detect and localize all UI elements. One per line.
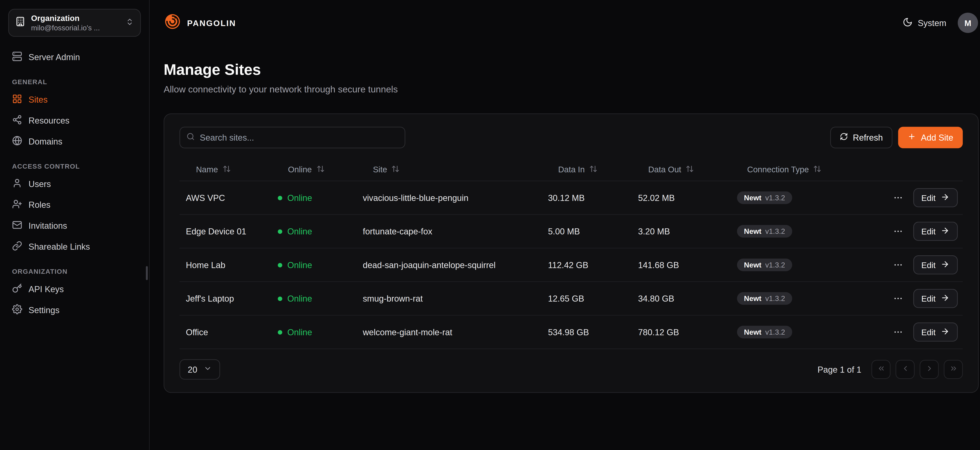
cell-data-in: 30.12 MB	[542, 193, 632, 203]
sidebar-item-server-admin[interactable]: Server Admin	[8, 47, 141, 68]
prev-page-button[interactable]	[896, 360, 915, 379]
sidebar-item-api-keys[interactable]: API Keys	[8, 279, 141, 300]
table-header-row: Name Online Site Data In Data Out Connec…	[180, 158, 963, 181]
cell-data-out: 3.20 MB	[632, 227, 731, 236]
cell-actions: Edit	[883, 323, 963, 342]
sidebar-heading-access-control: ACCESS CONTROL	[12, 162, 137, 170]
client-version: v1.3.2	[765, 194, 785, 201]
connection-type-badge: Newtv1.3.2	[737, 326, 792, 338]
first-page-button[interactable]	[872, 360, 891, 379]
card-toolbar: Refresh Add Site	[180, 127, 963, 148]
client-version: v1.3.2	[765, 328, 785, 336]
cell-online: Online	[272, 294, 356, 303]
cell-connection-type: Newtv1.3.2	[731, 191, 883, 204]
search-input[interactable]	[200, 133, 398, 143]
sidebar-scrollbar-thumb[interactable]	[146, 266, 148, 280]
sidebar-item-label: Roles	[29, 200, 51, 210]
sidebar-item-settings[interactable]: Settings	[8, 300, 141, 321]
column-label: Data In	[558, 165, 585, 174]
org-title: Organization	[31, 14, 120, 23]
row-menu-button[interactable]	[893, 293, 903, 304]
sidebar-item-label: API Keys	[29, 285, 64, 294]
edit-button[interactable]: Edit	[913, 255, 958, 274]
connection-type-badge: Newtv1.3.2	[737, 258, 792, 271]
search-icon	[186, 132, 195, 143]
sidebar-item-invitations[interactable]: Invitations	[8, 215, 141, 236]
sidebar-item-resources[interactable]: Resources	[8, 110, 141, 131]
chevron-down-icon	[204, 364, 212, 375]
sidebar-item-users[interactable]: Users	[8, 174, 141, 195]
online-label: Online	[287, 260, 312, 269]
connection-type-badge: Newtv1.3.2	[737, 225, 792, 238]
top-bar: PANGOLIN System M	[150, 0, 980, 46]
edit-button[interactable]: Edit	[913, 323, 958, 342]
online-dot	[278, 330, 282, 334]
cell-data-out: 141.68 GB	[632, 260, 731, 269]
sidebar-item-domains[interactable]: Domains	[8, 131, 141, 152]
theme-toggle[interactable]: System	[902, 17, 946, 29]
column-label: Connection Type	[747, 165, 809, 174]
link-icon	[12, 241, 22, 253]
sidebar-item-sites[interactable]: Sites	[8, 89, 141, 110]
search-box	[180, 127, 405, 148]
key-icon	[12, 283, 22, 295]
cell-name: Office	[180, 327, 272, 337]
row-menu-button[interactable]	[893, 226, 903, 236]
org-selector[interactable]: Organization milo@fossorial.io's ...	[8, 9, 141, 36]
row-menu-button[interactable]	[893, 193, 903, 203]
refresh-icon	[840, 132, 848, 143]
next-page-button[interactable]	[920, 360, 939, 379]
client-name: Newt	[744, 295, 762, 303]
sidebar: Organization milo@fossorial.io's ... Ser…	[0, 0, 150, 450]
refresh-button[interactable]: Refresh	[830, 127, 892, 148]
column-header-online[interactable]: Online	[272, 165, 356, 175]
column-header-name[interactable]: Name	[180, 165, 272, 175]
column-header-data-in[interactable]: Data In	[542, 165, 632, 175]
cell-actions: Edit	[883, 222, 963, 241]
column-header-connection-type[interactable]: Connection Type	[731, 165, 883, 175]
moon-icon	[902, 17, 913, 29]
cell-data-out: 52.02 MB	[632, 193, 731, 203]
sort-icon	[813, 165, 822, 175]
edit-label: Edit	[921, 193, 936, 203]
client-version: v1.3.2	[765, 228, 785, 235]
online-dot	[278, 229, 282, 234]
sidebar-item-label: Settings	[29, 306, 60, 315]
add-site-button[interactable]: Add Site	[898, 127, 963, 148]
client-version: v1.3.2	[765, 295, 785, 303]
edit-label: Edit	[921, 227, 936, 236]
column-header-data-out[interactable]: Data Out	[632, 165, 731, 175]
edit-button[interactable]: Edit	[913, 188, 958, 207]
sidebar-heading-general: GENERAL	[12, 78, 137, 86]
plus-icon	[908, 132, 916, 143]
arrow-right-icon	[940, 226, 950, 237]
page-info: Page 1 of 1	[818, 364, 861, 374]
sidebar-item-roles[interactable]: Roles	[8, 195, 141, 215]
topbar-right: System M	[902, 13, 978, 33]
cell-connection-type: Newtv1.3.2	[731, 292, 883, 305]
user-role-icon	[12, 199, 22, 211]
row-menu-button[interactable]	[893, 327, 903, 337]
column-header-site[interactable]: Site	[356, 165, 542, 175]
sort-icon	[686, 165, 694, 175]
mail-icon	[12, 220, 22, 232]
sidebar-item-shareable-links[interactable]: Shareable Links	[8, 236, 141, 257]
main-area: PANGOLIN System M Manage Sites Allow con…	[150, 0, 980, 450]
pager: Page 1 of 1	[818, 360, 963, 379]
row-menu-button[interactable]	[893, 260, 903, 270]
cell-actions: Edit	[883, 188, 963, 207]
column-label: Site	[373, 165, 387, 174]
edit-button[interactable]: Edit	[913, 289, 958, 308]
page-title: Manage Sites	[164, 61, 978, 79]
page-size-select[interactable]: 20	[180, 359, 220, 380]
cell-connection-type: Newtv1.3.2	[731, 326, 883, 338]
edit-button[interactable]: Edit	[913, 222, 958, 241]
avatar[interactable]: M	[958, 13, 978, 33]
add-site-label: Add Site	[921, 133, 953, 143]
brand: PANGOLIN	[164, 13, 236, 33]
sidebar-item-label: Shareable Links	[29, 242, 90, 252]
layout-grid-icon	[12, 94, 22, 106]
client-name: Newt	[744, 228, 762, 235]
online-label: Online	[287, 227, 312, 236]
last-page-button[interactable]	[944, 360, 963, 379]
